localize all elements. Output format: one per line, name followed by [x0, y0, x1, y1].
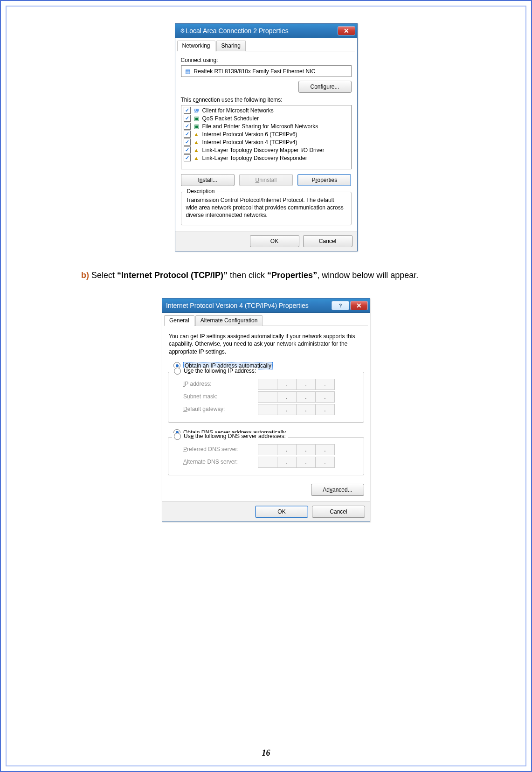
description-text: Transmission Control Protocol/Internet P… [186, 196, 346, 219]
list-item[interactable]: ✓ ▲ Internet Protocol Version 6 (TCP/IPv… [182, 130, 350, 138]
step-label: b) [81, 271, 89, 280]
list-item[interactable]: ✓ ▲ Internet Protocol Version 4 (TCP/IPv… [182, 138, 350, 146]
ip-address-input: ... [258, 379, 335, 389]
instruction-paragraph: b) Select “Internet Protocol (TCP/IP)” t… [81, 266, 479, 285]
list-item[interactable]: ✓ ▲ Link-Layer Topology Discovery Mapper… [182, 146, 350, 154]
help-icon[interactable]: ? [332, 301, 349, 310]
radio-ip-manual[interactable] [174, 368, 181, 375]
network-icon: ⚙ [179, 28, 186, 35]
close-icon[interactable]: ✕ [350, 301, 368, 310]
tab-altconfig[interactable]: Alternate Configuration [195, 315, 263, 326]
gateway-label: Default gateway: [183, 406, 258, 412]
list-item[interactable]: ✓ ▲ Link-Layer Topology Discovery Respon… [182, 154, 350, 162]
ok-button[interactable]: OK [255, 506, 308, 518]
tab-general[interactable]: General [164, 315, 194, 326]
alternate-dns-label: Alternate DNS server: [183, 459, 258, 465]
description-label: Description [185, 188, 217, 195]
qos-icon: ▣ [193, 115, 200, 122]
dialog2-title: Internet Protocol Version 4 (TCP/IPv4) P… [166, 302, 332, 309]
protocol-icon: ▲ [193, 154, 200, 161]
page-number: 16 [7, 748, 525, 758]
gateway-input: ... [258, 404, 335, 414]
connection-items-list[interactable]: ✓ 🖳 Client for Microsoft Networks ✓ ▣ Qo… [181, 105, 352, 169]
checkbox-icon[interactable]: ✓ [184, 123, 191, 130]
uninstall-button: Uninstall [239, 174, 293, 186]
protocol-icon: ▲ [193, 146, 200, 153]
client-icon: 🖳 [193, 107, 200, 114]
preferred-dns-input: ... [258, 444, 335, 454]
configure-button[interactable]: Configure... [298, 81, 352, 93]
checkbox-icon[interactable]: ✓ [184, 154, 191, 161]
checkbox-icon[interactable]: ✓ [184, 146, 191, 153]
protocol-icon: ▲ [193, 139, 200, 146]
share-icon: ▣ [193, 123, 200, 130]
list-item-label: Client for Microsoft Networks [202, 107, 274, 114]
subnet-mask-input: ... [258, 391, 335, 402]
adapter-field[interactable]: ▦ Realtek RTL8139/810x Family Fast Ether… [181, 65, 352, 77]
alternate-dns-input: ... [258, 457, 335, 467]
dialog2-titlebar[interactable]: Internet Protocol Version 4 (TCP/IPv4) P… [162, 299, 370, 313]
ok-button[interactable]: OK [250, 235, 299, 247]
dialog1-titlebar[interactable]: ⚙ Local Area Connection 2 Properties ✕ [175, 24, 357, 38]
subnet-mask-label: Subnet mask: [183, 393, 258, 400]
ipv4-properties-dialog: Internet Protocol Version 4 (TCP/IPv4) P… [162, 298, 370, 522]
adapter-name: Realtek RTL8139/810x Family Fast Etherne… [194, 68, 316, 75]
dialog1-title: Local Area Connection 2 Properties [186, 27, 338, 35]
protocol-icon: ▲ [193, 131, 200, 138]
checkbox-icon[interactable]: ✓ [184, 115, 191, 122]
list-item[interactable]: ✓ ▣ QoS Packet Scheduler [182, 114, 350, 122]
install-button[interactable]: Install... [181, 174, 235, 186]
list-item-label: File and Printer Sharing for Microsoft N… [202, 123, 318, 130]
list-item-label: QoS Packet Scheduler [202, 115, 259, 122]
radio-dns-manual[interactable] [174, 433, 181, 440]
list-item-label: Link-Layer Topology Discovery Responder [202, 155, 307, 161]
dialog2-help-text: You can get IP settings assigned automat… [169, 333, 363, 355]
radio-dns-manual-label: Use the following DNS server addresses: [184, 433, 286, 439]
close-icon[interactable]: ✕ [338, 26, 355, 35]
cancel-button[interactable]: Cancel [303, 235, 352, 247]
checkbox-icon[interactable]: ✓ [184, 139, 191, 146]
checkbox-icon[interactable]: ✓ [184, 107, 191, 114]
lan-properties-dialog: ⚙ Local Area Connection 2 Properties ✕ N… [175, 23, 358, 251]
list-item-label: Link-Layer Topology Discovery Mapper I/O… [202, 147, 325, 153]
advanced-button[interactable]: Advanced... [311, 484, 364, 496]
tab-networking[interactable]: Networking [177, 41, 215, 51]
items-label: This connection uses the following items… [181, 97, 352, 103]
list-item[interactable]: ✓ 🖳 Client for Microsoft Networks [182, 106, 350, 114]
checkbox-icon[interactable]: ✓ [184, 131, 191, 138]
ip-address-label: IP address: [183, 381, 258, 387]
cancel-button[interactable]: Cancel [312, 506, 365, 518]
list-item[interactable]: ✓ ▣ File and Printer Sharing for Microso… [182, 122, 350, 130]
adapter-icon: ▦ [184, 68, 191, 75]
properties-button[interactable]: Properties [297, 174, 351, 186]
connect-using-label: Connect using: [181, 57, 352, 63]
radio-ip-manual-label: Use the following IP address: [184, 368, 256, 374]
tab-sharing[interactable]: Sharing [216, 41, 246, 51]
list-item-label: Internet Protocol Version 4 (TCP/IPv4) [202, 139, 297, 146]
list-item-label: Internet Protocol Version 6 (TCP/IPv6) [202, 131, 297, 138]
preferred-dns-label: Preferred DNS server: [183, 446, 258, 452]
